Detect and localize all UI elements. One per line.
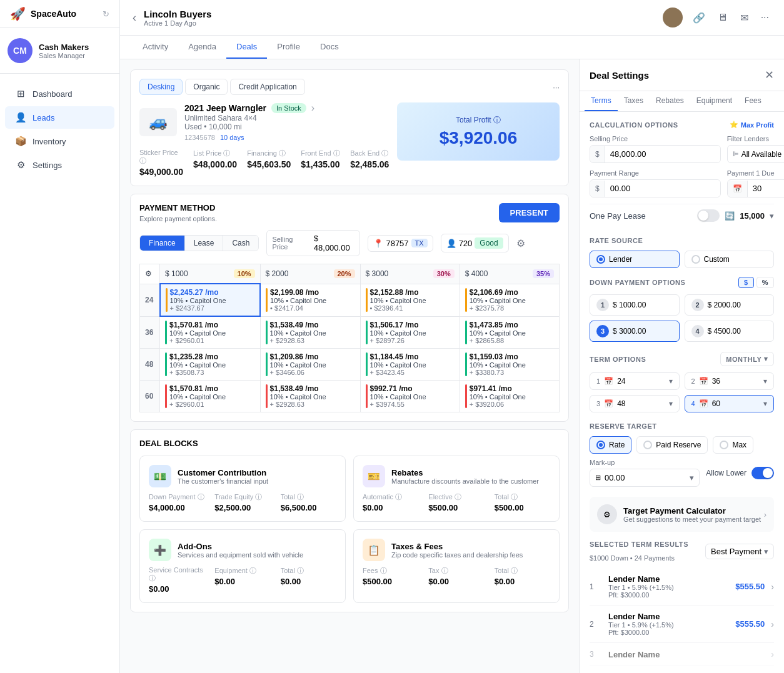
sidebar-item-leads[interactable]: 👤 Leads (5, 106, 114, 129)
refresh-icon[interactable]: ↻ (103, 9, 109, 19)
target-payment-calc[interactable]: ⚙ Target Payment Calculator Get suggesti… (590, 497, 774, 532)
email-icon[interactable]: ✉ (738, 9, 751, 26)
sidebar-item-inventory[interactable]: 📦 Inventory (5, 130, 114, 152)
table-row[interactable]: $1,209.86 /mo 10% • Capitol One + $3466.… (260, 349, 360, 381)
lender-item-1[interactable]: 1 Lender Name Tier 1 • 5.9% (+1.5%) Pft:… (590, 568, 774, 606)
credit-score-field[interactable]: 👤 720 Good (441, 234, 509, 252)
dp-option-2[interactable]: 2 $ 2000.00 (685, 294, 775, 316)
reserve-paid-option[interactable]: Paid Reserve (636, 436, 708, 454)
currency-tab[interactable]: $ (738, 277, 754, 288)
taxes-title: Taxes & Fees (391, 542, 523, 551)
tab-deals[interactable]: Deals (226, 36, 267, 59)
rate-source-custom[interactable]: Custom (685, 251, 775, 268)
monitor-icon[interactable]: 🖥 (715, 9, 730, 26)
back-button[interactable]: ‹ (133, 11, 136, 24)
sidebar-item-settings[interactable]: ⚙ Settings (5, 154, 114, 176)
best-payment-select[interactable]: Best Payment ▾ (705, 544, 774, 559)
sidebar-item-dashboard[interactable]: ⊞ Dashboard (5, 82, 114, 105)
tab-finance[interactable]: Finance (140, 236, 185, 251)
table-row[interactable]: $992.71 /mo 10% • Capitol One + $3974.55 (360, 381, 460, 412)
monthly-selector[interactable]: Monthly ▾ (720, 352, 774, 366)
tab-lease[interactable]: Lease (185, 236, 224, 251)
tab-cash[interactable]: Cash (223, 236, 258, 251)
term-option-2[interactable]: 2 📅 36 ▾ (685, 372, 775, 390)
table-row[interactable]: $1,506.17 /mo 10% • Capitol One + $2897.… (360, 316, 460, 349)
dp-option-4[interactable]: 4 $ 4500.00 (685, 321, 775, 342)
table-row[interactable]: $1,538.49 /mo 10% • Capitol One + $2928.… (260, 381, 360, 412)
list-value: $48,000.00 (193, 159, 237, 169)
reserve-max-option[interactable]: Max (713, 436, 753, 454)
dp-option-3[interactable]: 3 $ 3000.00 (590, 321, 680, 342)
rate-source-lender[interactable]: Lender (590, 251, 680, 268)
term-option-4[interactable]: 4 📅 60 ▾ (685, 395, 775, 412)
reserve-rate-option[interactable]: Rate (590, 436, 631, 454)
markup-input[interactable]: ⊞ 00.00 ▾ (590, 469, 700, 487)
allow-lower-label: Allow Lower (706, 469, 746, 477)
credit-icon: 👤 (446, 239, 456, 248)
table-row[interactable]: $2,152.88 /mo 10% • Capitol One • $2396.… (360, 284, 460, 316)
allow-lower-field: Allow Lower (706, 467, 774, 479)
allow-lower-toggle[interactable] (751, 467, 774, 479)
sidebar-item-label: Dashboard (33, 89, 73, 99)
addons-total-value: $0.00 (281, 577, 336, 586)
chevron-down-icon: ▾ (770, 211, 774, 221)
tab-desking[interactable]: Desking (139, 79, 183, 95)
selling-price-field[interactable]: Selling Price $ 48,000.00 (266, 230, 360, 256)
tab-fees[interactable]: Fees (738, 91, 768, 111)
one-pay-toggle[interactable] (697, 209, 720, 222)
service-contracts-label: Service Contracts ⓘ (149, 566, 204, 583)
link-icon[interactable]: 🔗 (690, 9, 708, 26)
filter-icon[interactable]: ⚙ (145, 269, 152, 278)
table-row[interactable]: $971.41 /mo 10% • Capitol One + $3920.06 (460, 381, 559, 412)
payment-range-input[interactable]: $ (590, 179, 721, 197)
dp-option-1[interactable]: 1 $ 1000.00 (590, 294, 680, 316)
lender-item-3[interactable]: 3 Lender Name › (590, 643, 774, 666)
table-row[interactable]: $2,245.27 /mo 10% • Capitol One + $2437.… (160, 284, 261, 316)
deal-more-icon[interactable]: ··· (553, 82, 560, 92)
payment-1-due-input[interactable]: 📅 (727, 179, 784, 197)
custom-label: Custom (704, 255, 730, 264)
sidebar-item-label: Inventory (33, 137, 66, 146)
table-row[interactable]: $1,538.49 /mo 10% • Capitol One + $2928.… (260, 316, 360, 349)
tab-terms[interactable]: Terms (585, 91, 618, 111)
table-row[interactable]: $2,106.69 /mo 10% • Capitol One + $2375.… (460, 284, 559, 316)
rebates-total-value: $500.00 (495, 503, 550, 512)
tab-equipment[interactable]: Equipment (690, 91, 738, 111)
tab-activity[interactable]: Activity (133, 36, 178, 59)
table-row[interactable]: $1,473.85 /mo 10% • Capitol One + $2865.… (460, 316, 559, 349)
term-option-1[interactable]: 1 📅 24 ▾ (590, 372, 680, 390)
elective-rebate-item: Elective ⓘ $500.00 (428, 492, 484, 512)
contribution-total-item: Total ⓘ $6,500.00 (281, 492, 336, 512)
payment-range-field-input[interactable] (605, 180, 720, 197)
more-icon[interactable]: ··· (758, 9, 771, 26)
vehicle-expand-icon[interactable]: › (311, 102, 314, 114)
tab-rebates[interactable]: Rebates (650, 91, 690, 111)
max-profit-link[interactable]: ⭐ Max Profit (730, 121, 774, 129)
table-row[interactable]: $2,199.08 /mo 10% • Capitol One • $2417.… (260, 284, 360, 316)
payment-1-due-field-input[interactable] (748, 180, 784, 197)
close-button[interactable]: ✕ (765, 68, 774, 82)
tab-profile[interactable]: Profile (267, 36, 310, 59)
tab-organic[interactable]: Organic (185, 79, 228, 95)
lender-item-2[interactable]: 2 Lender Name Tier 1 • 5.9% (+1.5%) Pft:… (590, 606, 774, 643)
selling-price-input[interactable]: $ (590, 145, 721, 163)
zip-code-field[interactable]: 📍 78757 TX (368, 235, 433, 252)
table-row[interactable]: $1,184.45 /mo 10% • Capitol One + $3423.… (360, 349, 460, 381)
tab-taxes[interactable]: Taxes (618, 91, 650, 111)
term-option-3[interactable]: 3 📅 48 ▾ (590, 395, 680, 412)
equipment-value: $0.00 (214, 577, 270, 586)
table-row[interactable]: $1,570.81 /mo 10% • Capitol One + $2960.… (160, 381, 261, 412)
selling-price-field-input[interactable] (605, 146, 720, 162)
table-row[interactable]: $1,570.81 /mo 10% • Capitol One + $2960.… (160, 316, 261, 349)
term-val-1: 24 (617, 377, 625, 386)
term-num-4: 4 (691, 400, 695, 407)
tab-docs[interactable]: Docs (310, 36, 349, 59)
tab-agenda[interactable]: Agenda (178, 36, 226, 59)
tab-credit[interactable]: Credit Application (230, 79, 304, 95)
vehicle-icon: 🚙 (149, 113, 168, 131)
table-row[interactable]: $1,235.28 /mo 10% • Capitol One + $3508.… (160, 349, 261, 381)
table-row[interactable]: $1,159.03 /mo 10% • Capitol One + $3380.… (460, 349, 559, 381)
settings-icon[interactable]: ⚙ (516, 237, 525, 249)
present-button[interactable]: PRESENT (499, 203, 560, 222)
pct-tab[interactable]: % (756, 277, 774, 288)
